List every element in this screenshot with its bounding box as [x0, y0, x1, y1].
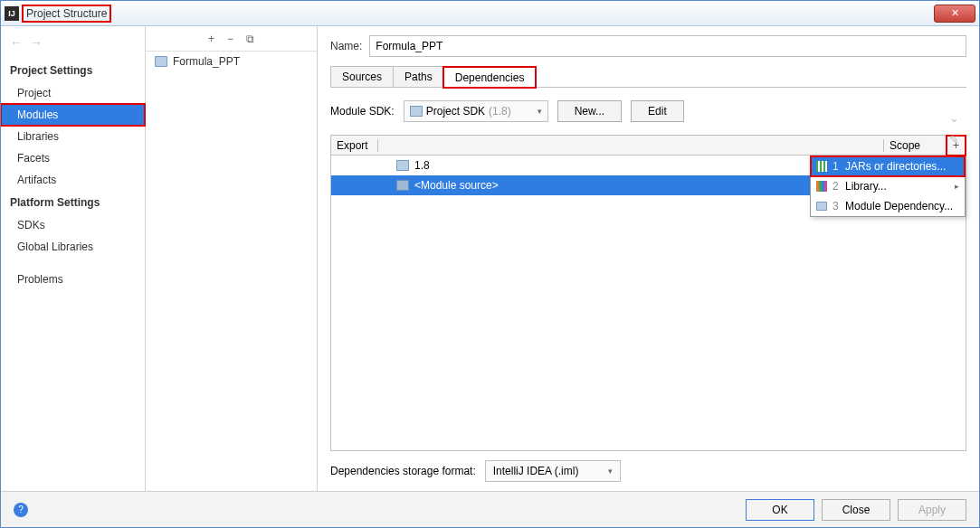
nav-section-project: Project Settings [1, 59, 145, 82]
detail-tabs: Sources Paths Dependencies [330, 66, 966, 88]
sdk-version: (1.8) [489, 105, 511, 118]
menu-library[interactable]: 2 Library... ▸ [811, 176, 965, 196]
menu-shortcut: 2 [833, 180, 840, 193]
ok-button[interactable]: OK [746, 499, 814, 521]
edit-sdk-button[interactable]: Edit [631, 100, 684, 122]
nav-item-problems[interactable]: Problems [1, 269, 145, 290]
title-bar: IJ Project Structure ✕ [1, 1, 979, 26]
menu-jars-or-directories[interactable]: 1 JARs or directories... [811, 156, 965, 176]
library-icon [816, 181, 827, 192]
sdk-value: Project SDK [426, 105, 485, 118]
pencil-icon[interactable]: ✎ [946, 129, 963, 150]
module-detail-panel: Name: Sources Paths Dependencies Module … [318, 26, 979, 491]
help-button[interactable]: ? [14, 503, 28, 517]
nav-item-modules[interactable]: Modules [1, 104, 145, 126]
dep-label: <Module source> [414, 179, 499, 192]
menu-module-dependency[interactable]: 3 Module Dependency... [811, 196, 965, 216]
main-area: ← → Project Settings Project Modules Lib… [1, 26, 979, 491]
apply-button[interactable]: Apply [898, 499, 966, 521]
nav-item-artifacts[interactable]: Artifacts [1, 169, 145, 191]
chevron-down-icon: ▾ [608, 467, 613, 476]
modules-toolbar: + − ⧉ [146, 26, 317, 52]
dep-side-toolbar: + 1 JARs or directories... 2 Library... … [946, 136, 966, 156]
col-scope: Scope [883, 139, 947, 152]
col-export: Export [331, 139, 378, 152]
module-folder-icon [155, 56, 167, 67]
menu-label: Module Dependency... [845, 200, 953, 212]
menu-label: Library... [845, 180, 887, 193]
chevron-down-icon[interactable]: ⌄ [946, 108, 963, 128]
module-list-item[interactable]: Formula_PPT [146, 52, 317, 71]
name-label: Name: [330, 40, 362, 52]
module-name-input[interactable] [369, 35, 966, 57]
menu-shortcut: 1 [833, 160, 840, 173]
nav-item-facets[interactable]: Facets [1, 147, 145, 169]
add-dependency-menu: 1 JARs or directories... 2 Library... ▸ … [810, 156, 966, 217]
module-name: Formula_PPT [173, 55, 240, 68]
app-icon: IJ [5, 6, 19, 21]
submenu-arrow-icon: ▸ [955, 182, 959, 191]
close-button[interactable]: Close [822, 499, 890, 521]
copy-module-icon[interactable]: ⧉ [246, 33, 254, 45]
source-folder-icon [396, 180, 409, 191]
left-navigation: ← → Project Settings Project Modules Lib… [1, 26, 146, 491]
dep-table-header: Export Scope [331, 136, 966, 156]
module-icon [816, 202, 827, 211]
tab-dependencies[interactable]: Dependencies [443, 67, 537, 88]
sdk-label: Module SDK: [330, 105, 395, 118]
nav-item-global-libraries[interactable]: Global Libraries [1, 236, 145, 258]
dependencies-table: Export Scope 1.8 <Module source> + [330, 135, 966, 451]
menu-label: JARs or directories... [845, 160, 946, 173]
forward-arrow-icon[interactable]: → [30, 35, 43, 50]
storage-value: IntelliJ IDEA (.iml) [493, 465, 579, 477]
back-arrow-icon[interactable]: ← [10, 35, 23, 50]
close-window-button[interactable]: ✕ [934, 5, 975, 23]
nav-item-sdks[interactable]: SDKs [1, 214, 145, 236]
storage-format-dropdown[interactable]: IntelliJ IDEA (.iml) ▾ [485, 460, 621, 482]
sdk-dropdown[interactable]: Project SDK (1.8) ▾ [404, 100, 548, 122]
tab-sources[interactable]: Sources [330, 66, 394, 87]
menu-shortcut: 3 [833, 200, 840, 212]
nav-section-platform: Platform Settings [1, 191, 145, 214]
nav-item-project[interactable]: Project [1, 82, 145, 104]
tab-paths[interactable]: Paths [393, 66, 444, 87]
new-sdk-button[interactable]: New... [557, 100, 622, 122]
nav-history: ← → [1, 32, 145, 59]
sdk-folder-icon [410, 106, 423, 117]
remove-module-icon[interactable]: − [227, 33, 233, 45]
nav-item-libraries[interactable]: Libraries [1, 126, 145, 147]
jdk-folder-icon [396, 160, 409, 171]
jars-icon [816, 161, 827, 172]
add-module-icon[interactable]: + [208, 33, 214, 45]
window-title: Project Structure [23, 5, 110, 22]
storage-label: Dependencies storage format: [330, 465, 476, 477]
dep-label: 1.8 [414, 159, 430, 172]
modules-list-panel: + − ⧉ Formula_PPT [146, 26, 318, 491]
chevron-down-icon: ▾ [538, 107, 542, 116]
dialog-footer: ? OK Close Apply [1, 491, 979, 527]
